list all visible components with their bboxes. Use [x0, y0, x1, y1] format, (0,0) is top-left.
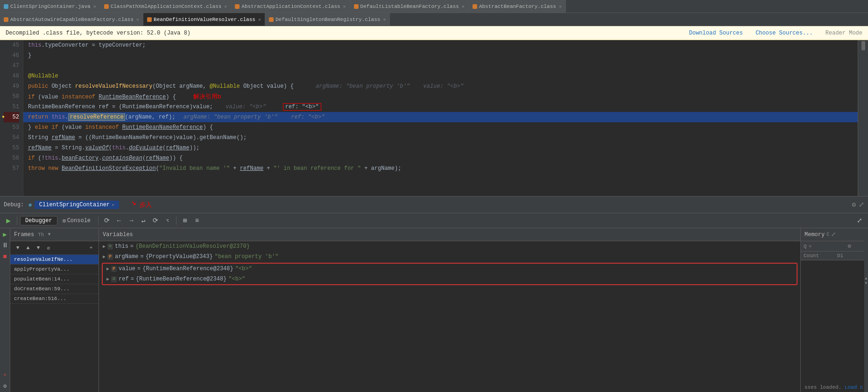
mute-btn[interactable]: ✕ — [1, 371, 9, 379]
pause-btn[interactable]: ⏸ — [1, 241, 9, 250]
tab-close-icon[interactable]: ✕ — [112, 202, 114, 208]
settings2-btn[interactable]: ⚙ — [1, 382, 9, 390]
var-argname[interactable]: ▶ P argName = {PropertyValue@2343} "bean… — [99, 252, 800, 262]
maximize-debug-btn[interactable]: ⤢ — [854, 215, 865, 226]
frames-filter-btn[interactable]: ⊘ — [44, 243, 53, 252]
tab-abstractautowire[interactable]: AbstractAutowireCapableBeanFactory.class… — [0, 13, 143, 26]
play-button[interactable]: ▶ — [3, 215, 14, 226]
expand-icon[interactable]: ⤢ — [859, 201, 864, 209]
frame-item-0[interactable]: resolveValueIfNe... — [10, 255, 99, 265]
tab-label: ClientSpringContainer.java — [10, 4, 91, 9]
tab-abstractapp[interactable]: AbstractApplicationContext.class ✕ — [231, 0, 350, 13]
tab-close[interactable]: ✕ — [559, 4, 562, 9]
tab-icon — [354, 4, 359, 9]
search-icon: Q — [804, 244, 807, 249]
tab-label: DefaultSingletonBeanRegistry.class — [275, 17, 380, 22]
load-link[interactable]: Load c — [845, 385, 863, 390]
code-line-52: return this.resolveReference(argName, re… — [23, 112, 858, 122]
tab-icon — [147, 17, 152, 22]
tab-clientspring[interactable]: ClientSpringContainer.java ✕ — [0, 0, 100, 13]
tab-label: DefaultListableBeanFactory.class — [360, 4, 459, 9]
debug-session-icon: ◉ — [28, 202, 32, 208]
var-eq: = — [130, 243, 134, 250]
tab-close[interactable]: ✕ — [343, 4, 346, 9]
step-in-label: 步入 — [140, 201, 152, 208]
stop-btn[interactable]: ■ — [1, 252, 9, 261]
tab-close[interactable]: ✕ — [136, 17, 139, 22]
frames-header: Frames Th ▼ — [10, 228, 99, 241]
tab-icon — [235, 4, 240, 9]
debug-settings-area: ⚙ ⤢ — [852, 201, 864, 209]
memory-tab-c[interactable]: C — [826, 232, 829, 237]
toolbar-sep2 — [98, 217, 99, 225]
tab-abstractbean[interactable]: AbstractBeanFactory.class ✕ — [469, 0, 566, 13]
frames-up-btn[interactable]: ▲ — [23, 243, 33, 252]
resume-btn[interactable]: ▶ — [1, 230, 9, 238]
var-ref-item[interactable]: ▶ = ref = {RuntimeBeanReference@2348} "<… — [103, 274, 797, 284]
tab-icon — [4, 17, 8, 22]
thread-tab[interactable]: Th — [38, 232, 44, 238]
debug-session-tab[interactable]: ClientSpringContainer ✕ — [35, 201, 119, 209]
console-label: Console — [67, 217, 91, 224]
frame-item-4[interactable]: createBean:516... — [10, 294, 99, 304]
trace-btn[interactable]: ⌥ — [162, 215, 173, 226]
right-panel-columns: Count Di — [801, 252, 868, 260]
memory-search-input[interactable] — [809, 243, 846, 250]
frame-item-2[interactable]: populateBean:14... — [10, 274, 99, 284]
run-to-cursor-btn[interactable]: ↵ — [138, 215, 149, 226]
code-scrollbar[interactable] — [858, 40, 868, 196]
tab-close[interactable]: ✕ — [383, 17, 386, 22]
code-line-49: public Object resolveValueIfNecessary(Ob… — [23, 81, 858, 91]
code-line-51: RuntimeBeanReference ref = (RuntimeBeanR… — [23, 102, 858, 112]
list-view-btn[interactable]: ≡ — [191, 215, 203, 226]
tab-defaultsingleton[interactable]: DefaultSingletonBeanRegistry.class ✕ — [265, 13, 390, 26]
tab-close[interactable]: ✕ — [93, 4, 96, 9]
tab-close[interactable]: ✕ — [258, 17, 261, 22]
tab-close[interactable]: ✕ — [462, 4, 465, 9]
expand-arrow: ▶ — [103, 254, 106, 259]
thread-dropdown-icon[interactable]: ▼ — [48, 232, 50, 237]
console-tab[interactable]: ▤ Console — [58, 217, 95, 225]
var-highlighted-group: ▶ P value = {RuntimeBeanReference@2348} … — [102, 263, 797, 285]
var-this[interactable]: ▶ = this = {BeanDefinitionValueResolver@… — [99, 241, 800, 252]
frame-item-1[interactable]: applyPropertyVa... — [10, 265, 99, 274]
download-sources-link[interactable]: Download Sources — [689, 30, 743, 36]
memory-settings-icon[interactable]: ⚙ — [848, 243, 851, 250]
tab-icon — [104, 4, 109, 9]
debugger-tab[interactable]: Debugger — [20, 216, 57, 225]
step-into-btn[interactable]: ↓ — [113, 215, 125, 226]
table-view-btn[interactable]: ⊞ — [179, 215, 191, 226]
var-name: ref — [119, 276, 129, 282]
tab-classpathxml[interactable]: ClassPathXmlApplicationContext.class ✕ — [100, 0, 232, 13]
memory-expand-icon[interactable]: ⤢ — [831, 231, 836, 238]
settings-icon[interactable]: ⚙ — [852, 201, 856, 209]
var-obj: {RuntimeBeanReference@2348} — [142, 266, 233, 272]
var-type-eq: = — [111, 276, 117, 282]
var-type-p: P — [107, 254, 113, 260]
frames-label: Frames — [14, 231, 34, 238]
notice-actions: Download Sources Choose Sources... Reade… — [680, 30, 862, 36]
step-over-btn[interactable]: ⟳ — [101, 215, 113, 226]
frames-panel: Frames Th ▼ ▼ ▲ ▼ ⊘ + resolveValueIfNe..… — [10, 228, 99, 392]
variables-panel: Variables ▶ = this = {BeanDefinitionValu… — [99, 228, 800, 392]
var-value-item[interactable]: ▶ P value = {RuntimeBeanReference@2348} … — [103, 264, 797, 274]
step-out-btn[interactable]: ↓ — [126, 215, 137, 226]
frames-down-btn[interactable]: ▼ — [34, 243, 43, 252]
frame-item-3[interactable]: doCreateBean:59... — [10, 284, 99, 294]
frames-add-btn[interactable]: + — [86, 243, 96, 252]
frames-dropdown-btn[interactable]: ▼ — [13, 243, 22, 252]
tab-defaultlistable[interactable]: DefaultListableBeanFactory.class ✕ — [350, 0, 469, 13]
memory-search: Q ⚙ — [801, 241, 868, 252]
reader-mode-btn[interactable]: Reader Mode — [826, 30, 862, 36]
tab-beandefinition[interactable]: BeanDefinitionValueResolver.class ✕ — [143, 13, 265, 26]
code-area: 45 46 47 48 49 50 51 ● ● 52 53 54 55 56 … — [0, 40, 868, 196]
count-col-label: Count — [801, 252, 834, 260]
tab-close[interactable]: ✕ — [224, 4, 227, 9]
right-panel: Memory C ⤢ Q ⚙ Count Di sses loaded. Loa… — [800, 228, 868, 392]
debug-label: Debug: — [4, 202, 24, 208]
choose-sources-link[interactable]: Choose Sources... — [755, 30, 812, 36]
evaluate-btn[interactable]: ⟳ — [150, 215, 161, 226]
code-line-55: refName = String.valueOf(this.doEvaluate… — [23, 143, 858, 153]
var-type-p: P — [111, 266, 117, 272]
tab-label: AbstractBeanFactory.class — [479, 4, 556, 9]
